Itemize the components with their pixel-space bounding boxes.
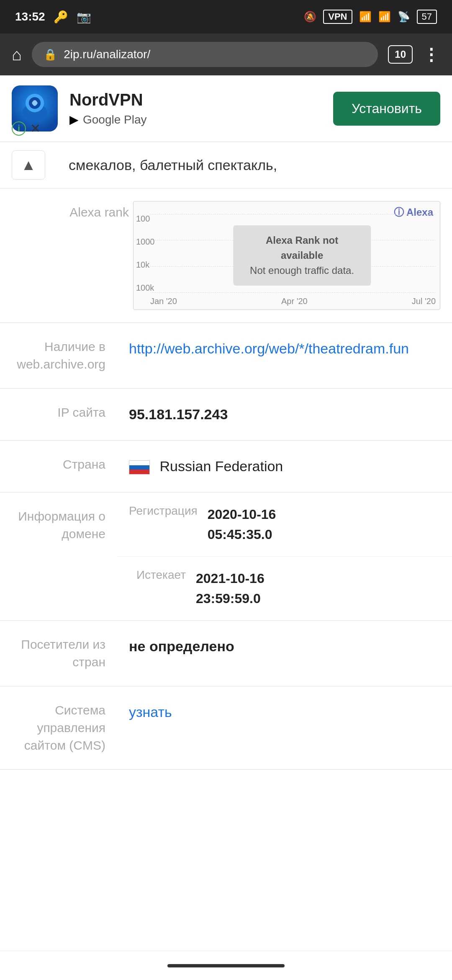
country-label: Страна <box>0 441 117 488</box>
lock-icon: 🔒 <box>44 48 57 61</box>
bottom-bar <box>0 951 452 980</box>
visitors-value: не определено <box>117 621 452 672</box>
country-name: Russian Federation <box>159 458 283 474</box>
signal2-icon: 📶 <box>378 11 391 23</box>
archive-row: Наличие вweb.archive.org http://web.arch… <box>0 323 452 389</box>
partial-content-text: смекалов, балетный спектакль, <box>57 149 452 182</box>
ad-banner: NordVPN ▶ Google Play Установить i ✕ <box>0 75 452 142</box>
vpn-badge: VPN <box>323 10 352 24</box>
expiry-label: Истекает <box>129 568 196 582</box>
url-text: 2ip.ru/analizator/ <box>64 48 150 61</box>
page-content: ▲ смекалов, балетный спектакль, Alexa ra… <box>0 142 452 812</box>
url-bar[interactable]: 🔒 2ip.ru/analizator/ <box>32 42 378 67</box>
alexa-chart: ⓘ Alexa 100 1000 10k 100k Alexa Rank not… <box>133 201 440 310</box>
mute-icon: 🔕 <box>304 11 316 23</box>
status-right: 🔕 VPN 📶 📶 📡 57 <box>304 10 437 24</box>
play-store-icon: ▶ <box>69 113 79 126</box>
wifi-icon: 📡 <box>398 11 410 23</box>
menu-dots[interactable]: ⋮ <box>423 45 440 64</box>
chevron-up-icon: ▲ <box>21 156 36 174</box>
key-icon: 🔑 <box>54 10 68 24</box>
russia-flag <box>129 460 150 475</box>
instagram-icon: 📷 <box>77 10 91 24</box>
expiry-value: 2021-10-1623:59:59.0 <box>196 568 265 609</box>
app-info: NordVPN ▶ Google Play <box>69 90 321 126</box>
time-display: 13:52 <box>15 10 45 23</box>
ad-close-button[interactable]: ✕ <box>30 121 41 136</box>
alexa-chart-wrapper: ⓘ Alexa 100 1000 10k 100k Alexa Rank not… <box>129 201 440 310</box>
country-value: Russian Federation <box>117 441 452 492</box>
status-bar: 13:52 🔑 📷 🔕 VPN 📶 📶 📡 57 <box>0 0 452 34</box>
signal1-icon: 📶 <box>359 11 372 23</box>
home-button[interactable]: ⌂ <box>12 45 22 64</box>
ad-info-icon[interactable]: i <box>12 121 26 136</box>
domain-info-right: Регистрация 2020-10-1605:45:35.0 Истекае… <box>117 493 452 620</box>
home-indicator <box>167 964 285 967</box>
archive-value[interactable]: http://web.archive.org/web/*/theatredram… <box>117 323 452 374</box>
domain-info-section: Информация одомене Регистрация 2020-10-1… <box>0 493 452 621</box>
google-play-row: ▶ Google Play <box>69 113 321 126</box>
ip-row: IP сайта 95.181.157.243 <box>0 389 452 441</box>
registration-label: Регистрация <box>129 504 208 518</box>
alexa-x-axis: Jan '20 Apr '20 Jul '20 <box>150 297 436 306</box>
ip-label: IP сайта <box>0 389 117 436</box>
install-button[interactable]: Установить <box>333 92 440 126</box>
registration-row: Регистрация 2020-10-1605:45:35.0 <box>117 493 452 557</box>
archive-link[interactable]: http://web.archive.org/web/*/theatredram… <box>129 340 409 356</box>
app-name: NordVPN <box>69 90 321 109</box>
status-left: 13:52 🔑 📷 <box>15 10 91 24</box>
domain-info-label: Информация одомене <box>0 493 117 558</box>
visitors-row: Посетители изстран не определено <box>0 621 452 686</box>
alexa-not-available-box: Alexa Rank not available Not enough traf… <box>233 225 371 286</box>
archive-label: Наличие вweb.archive.org <box>0 323 117 388</box>
google-play-label: Google Play <box>83 113 147 126</box>
visitors-label: Посетители изстран <box>0 621 117 686</box>
browser-bar: ⌂ 🔒 2ip.ru/analizator/ 10 ⋮ <box>0 34 452 75</box>
ip-value: 95.181.157.243 <box>117 389 452 440</box>
tab-count[interactable]: 10 <box>388 45 413 64</box>
scroll-up-button[interactable]: ▲ <box>12 150 45 180</box>
registration-value: 2020-10-1605:45:35.0 <box>208 504 276 544</box>
alexa-not-available-subtitle: Not enough traffic data. <box>245 263 359 278</box>
cms-row: Системауправлениясайтом (CMS) узнать <box>0 686 452 770</box>
expiry-row: Истекает 2021-10-1623:59:59.0 <box>117 557 452 620</box>
cms-link[interactable]: узнать <box>129 704 172 720</box>
alexa-rank-section: Alexa rank ⓘ Alexa 100 1000 10k 100k Ale… <box>0 188 452 323</box>
alexa-not-available-title: Alexa Rank not available <box>245 233 359 263</box>
cms-value[interactable]: узнать <box>117 686 452 738</box>
country-row: Страна Russian Federation <box>0 441 452 493</box>
battery-icon: 57 <box>417 10 437 24</box>
alexa-rank-label: Alexa rank <box>12 201 129 219</box>
cms-label: Системауправлениясайтом (CMS) <box>0 686 117 769</box>
